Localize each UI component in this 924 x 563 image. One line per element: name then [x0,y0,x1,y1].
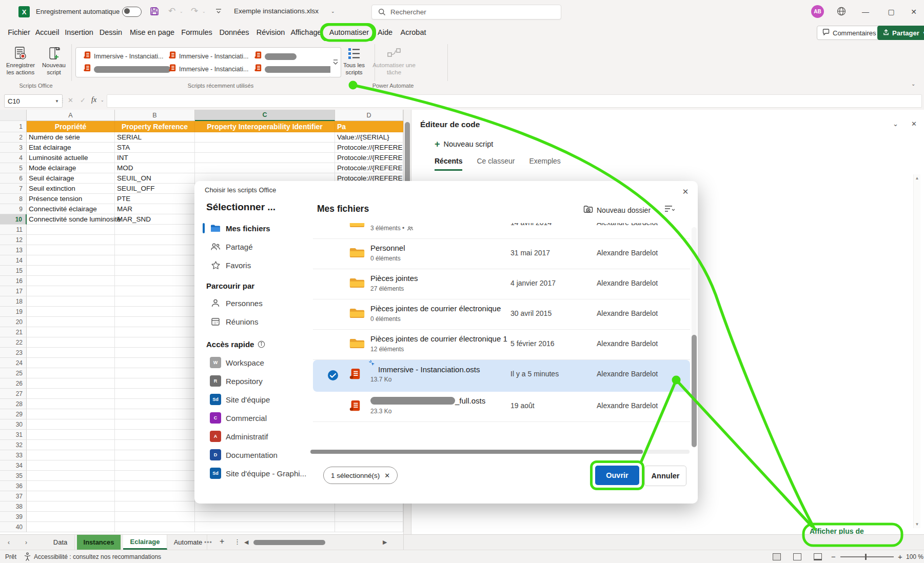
empty-cell[interactable] [27,378,115,389]
row-header-9[interactable]: 9 [0,204,27,214]
cancel-button[interactable]: Annuler [644,466,686,486]
empty-cell[interactable] [27,399,115,409]
empty-cell[interactable] [115,327,195,337]
row-header-6[interactable]: 6 [0,173,27,184]
empty-cell[interactable] [27,430,115,440]
empty-cell[interactable] [115,399,195,409]
cell-B2[interactable]: SERIAL [115,132,195,143]
sheet-prev-icon[interactable]: ‹ [2,535,15,550]
zoom-slider-thumb[interactable] [865,554,867,560]
cell-B5[interactable]: MOD [115,163,195,173]
cell-B8[interactable]: PTE [115,194,195,204]
empty-cell[interactable] [27,358,115,368]
add-sheet-button[interactable]: + [220,537,224,546]
panel-collapse-chevron-icon[interactable]: ⌄ [893,120,898,128]
sort-options-button[interactable] [664,205,675,212]
empty-cell[interactable] [115,307,195,317]
row-header-24[interactable]: 24 [0,358,27,368]
empty-cell[interactable] [27,225,115,235]
row-header-5[interactable]: 5 [0,163,27,173]
network-globe-icon[interactable] [836,6,847,18]
empty-cell[interactable] [27,337,115,348]
cell-A4[interactable]: Luminosité actuelle [27,153,115,163]
empty-cell[interactable] [27,307,115,317]
empty-cell[interactable] [27,440,115,450]
nav-item-favoris[interactable]: Favoris [202,257,304,273]
empty-cell[interactable] [115,368,195,378]
zoom-out-icon[interactable]: − [831,552,836,561]
empty-cell[interactable] [27,409,115,419]
row-header-39[interactable]: 39 [0,512,27,522]
ribbon-tab-acrobat[interactable]: Acrobat [396,24,430,41]
row-header-10[interactable]: 10 [0,214,27,225]
recent-script-item[interactable] [254,50,297,63]
empty-cell[interactable] [115,255,195,266]
cell-A6[interactable]: Seuil éclairage [27,173,115,184]
cell-D3[interactable]: Protocole://{REFERE [335,143,403,153]
clear-selection-icon[interactable]: ✕ [384,472,390,479]
cell-C5[interactable] [195,163,335,173]
column-header-B[interactable]: B [115,110,195,121]
cell-A8[interactable]: Présence tension [27,194,115,204]
hscroll-left-icon[interactable]: ◀ [244,539,248,546]
all-scripts-button[interactable]: Tous les scripts [336,46,372,76]
row-header-29[interactable]: 29 [0,409,27,419]
recent-script-item[interactable] [83,63,171,75]
row-header-31[interactable]: 31 [0,430,27,440]
panel-tab-ce-classeur[interactable]: Ce classeur [477,157,515,171]
empty-cell[interactable] [115,419,195,430]
empty-cell[interactable] [195,522,335,532]
empty-cell[interactable] [115,512,195,522]
empty-cell[interactable] [115,235,195,245]
row-header-1[interactable]: 1 [0,121,27,132]
dialog-horizontal-scrollbar[interactable] [310,450,690,454]
empty-cell[interactable] [115,317,195,327]
undo-icon[interactable]: ↶ [168,6,175,16]
accessibility-status[interactable]: Accessibilité : consultez nos recommanda… [34,553,161,560]
recent-script-item[interactable] [254,63,331,75]
ribbon-tab-données[interactable]: Données [215,24,253,41]
ribbon-tab-formules[interactable]: Formules [179,24,215,41]
ribbon-tab-affichage[interactable]: Affichage [288,24,324,41]
new-folder-button[interactable]: Nouveau dossier [583,205,651,215]
empty-cell[interactable] [27,255,115,266]
view-page-break-icon[interactable] [814,553,822,560]
empty-cell[interactable] [115,348,195,358]
header-cell[interactable]: Property Reference [115,121,195,132]
cell-A5[interactable]: Mode éclairage [27,163,115,173]
file-row-3[interactable]: Pièces jointes de courrier électronique … [313,299,690,330]
confirm-entry-icon[interactable]: ✓ [80,96,86,104]
empty-cell[interactable] [335,522,403,532]
sheet-menu-icon[interactable]: ⋮ [234,538,241,546]
zoom-slider-track[interactable] [840,556,894,557]
zoom-in-icon[interactable]: + [898,552,902,561]
row-header-8[interactable]: 8 [0,194,27,204]
empty-cell[interactable] [27,501,115,512]
column-header-D[interactable]: D [335,110,403,121]
empty-cell[interactable] [115,225,195,235]
empty-cell[interactable] [115,450,195,460]
recent-script-item[interactable]: Immersive - Instanciati... [83,50,163,63]
automate-task-button[interactable]: Automatiser une tâche [372,46,416,76]
ribbon-tab-fichier[interactable]: Fichier [6,24,32,41]
empty-cell[interactable] [27,317,115,327]
row-header-17[interactable]: 17 [0,286,27,296]
recent-script-item[interactable]: Immersive - Instanciati... [168,50,248,63]
ribbon-tab-révision[interactable]: Révision [253,24,288,41]
cell-B4[interactable]: INT [115,153,195,163]
view-page-layout-icon[interactable] [793,553,801,560]
empty-cell[interactable] [115,409,195,419]
panel-close-icon[interactable]: ✕ [911,120,917,128]
redo-chevron-icon[interactable]: ⌄ [202,9,206,14]
row-header-23[interactable]: 23 [0,348,27,358]
cell-B6[interactable]: SEUIL_ON [115,173,195,184]
empty-cell[interactable] [115,296,195,307]
ribbon-tab-mise-en-page[interactable]: Mise en page [126,24,179,41]
empty-cell[interactable] [27,348,115,358]
row-header-30[interactable]: 30 [0,419,27,430]
nav-item-mes-fichiers[interactable]: Mes fichiers [202,220,304,236]
zoom-level[interactable]: 100 % [906,553,923,560]
row-header-12[interactable]: 12 [0,235,27,245]
cell-B9[interactable]: MAR [115,204,195,214]
empty-cell[interactable] [115,389,195,399]
